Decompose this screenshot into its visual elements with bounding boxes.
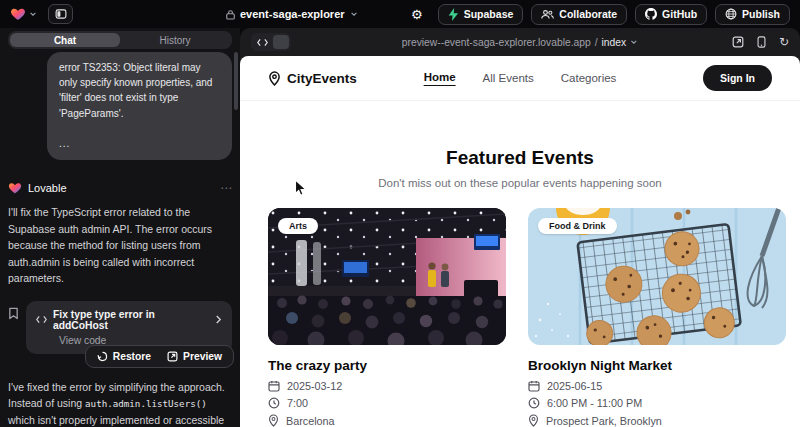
user-message-text: error TS2353: Object literal may only sp… (59, 60, 220, 121)
event-date: 2025-03-12 (287, 380, 342, 392)
event-date-row: 2025-06-15 (528, 380, 786, 392)
github-icon (645, 8, 657, 20)
event-time: 7:00 (287, 397, 308, 409)
people-icon (541, 9, 554, 20)
lovable-logo-menu[interactable] (10, 6, 37, 22)
calendar-icon (528, 380, 540, 392)
hero-title: Featured Events (240, 147, 800, 169)
preview-url: preview--event-saga-explorer.lovable.app (402, 37, 591, 48)
code-icon (36, 315, 47, 324)
user-message-bubble: error TS2353: Object literal may only sp… (47, 52, 232, 160)
supabase-bolt-icon (448, 8, 459, 21)
hero-subtitle: Don't miss out on these popular events h… (240, 177, 800, 189)
category-badge: Food & Drink (538, 218, 617, 234)
event-location-row: Barcelona (268, 414, 506, 427)
site-brand[interactable]: CityEvents (268, 71, 357, 86)
project-name-menu[interactable]: event-saga-explorer (226, 0, 358, 28)
url-separator: / (595, 37, 598, 48)
project-name: event-saga-explorer (240, 8, 345, 20)
publish-label: Publish (742, 8, 780, 20)
restore-icon (97, 351, 108, 362)
event-date-row: 2025-03-12 (268, 380, 506, 392)
chat-scrollbar[interactable] (234, 52, 238, 110)
rendered-site: CityEvents Home All Events Categories Si… (240, 56, 800, 427)
brand-name: CityEvents (287, 71, 357, 86)
chat-sidebar: Chat History error TS2353: Object litera… (0, 28, 240, 427)
preview-button[interactable]: Preview (161, 349, 228, 364)
assistant-paragraph-2: I've fixed the error by simplifying the … (8, 379, 232, 427)
lovable-heart-icon (8, 181, 22, 195)
event-image-cookies[interactable]: Food & Drink (528, 208, 786, 345)
sign-in-button[interactable]: Sign In (703, 65, 772, 91)
hero-section: Featured Events Don't miss out on these … (240, 147, 800, 189)
event-location-row: Prospect Park, Brooklyn (528, 414, 786, 427)
preview-toolbar: preview--event-saga-explorer.lovable.app… (240, 28, 800, 56)
supabase-button[interactable]: Supabase (438, 4, 524, 25)
tab-chat[interactable]: Chat (10, 33, 120, 47)
nav-categories[interactable]: Categories (561, 72, 617, 84)
event-title: The crazy party (268, 358, 506, 373)
github-label: GitHub (662, 8, 697, 20)
open-in-new-tab-icon[interactable] (732, 36, 744, 48)
code-icon (257, 38, 268, 47)
globe-icon (725, 8, 737, 20)
toggle-sidebar-button[interactable] (48, 4, 73, 24)
event-image-conference[interactable]: Arts (268, 208, 506, 345)
nav-home[interactable]: Home (424, 71, 456, 86)
app-topbar: event-saga-explorer ⚙ Supabase Collabora… (0, 0, 800, 28)
chevron-down-icon (350, 10, 358, 18)
event-date: 2025-06-15 (547, 380, 602, 392)
panel-left-icon (55, 8, 67, 20)
chevron-down-icon (29, 10, 37, 18)
map-pin-icon (528, 414, 539, 427)
tab-history[interactable]: History (120, 33, 230, 47)
chevron-right-icon (215, 315, 222, 324)
clock-icon (528, 397, 540, 409)
map-pin-icon (268, 71, 281, 86)
event-time: 6:00 PM - 11:00 PM (547, 397, 642, 409)
user-message-more: ... (59, 136, 220, 151)
clock-icon (268, 397, 280, 409)
preview-panel: preview--event-saga-explorer.lovable.app… (240, 28, 800, 427)
lovable-heart-icon (10, 6, 26, 22)
paragraph2-text-2: which isn't properly implemented or acce… (8, 414, 224, 427)
supabase-label: Supabase (464, 8, 514, 20)
version-toolbar: Restore Preview (85, 345, 234, 368)
map-pin-icon (268, 414, 279, 427)
assistant-name: Lovable (28, 182, 67, 194)
event-card[interactable]: Food & Drink Brooklyn Night Market 2025-… (528, 208, 786, 427)
paragraph2-code-1: auth.admin.listUsers() (85, 398, 207, 409)
event-title: Brooklyn Night Market (528, 358, 786, 373)
calendar-icon (268, 380, 280, 392)
event-location: Barcelona (286, 415, 335, 427)
mobile-view-icon[interactable] (757, 36, 766, 48)
event-location: Prospect Park, Brooklyn (546, 415, 662, 427)
assistant-paragraph-1: I'll fix the TypeScript error related to… (8, 204, 232, 287)
github-button[interactable]: GitHub (635, 4, 707, 25)
bookmark-icon[interactable] (8, 307, 19, 320)
restore-label: Restore (113, 351, 151, 362)
settings-gear-icon[interactable]: ⚙ (404, 4, 430, 25)
collaborate-button[interactable]: Collaborate (531, 4, 627, 25)
chevron-down-icon (630, 38, 638, 46)
toggle-knob (273, 35, 289, 49)
restore-button[interactable]: Restore (91, 349, 157, 364)
event-time-row: 6:00 PM - 11:00 PM (528, 397, 786, 409)
site-nav: Home All Events Categories (424, 71, 617, 86)
category-badge: Arts (278, 218, 318, 234)
preview-page: index (602, 37, 627, 48)
chat-history-tabs: Chat History (8, 31, 232, 49)
code-preview-toggle[interactable] (251, 33, 291, 51)
lock-icon (226, 9, 235, 20)
external-link-icon (167, 351, 178, 362)
message-menu-icon[interactable]: ⋯ (220, 181, 232, 195)
publish-button[interactable]: Publish (715, 4, 790, 25)
nav-all-events[interactable]: All Events (483, 72, 534, 84)
preview-label: Preview (183, 351, 222, 362)
refresh-icon[interactable]: ↻ (779, 36, 789, 48)
event-time-row: 7:00 (268, 397, 506, 409)
collaborate-label: Collaborate (559, 8, 617, 20)
event-card[interactable]: Arts The crazy party 2025-03-12 7:00 Bar… (268, 208, 506, 427)
site-header: CityEvents Home All Events Categories Si… (240, 56, 800, 101)
preview-url-selector[interactable]: preview--event-saga-explorer.lovable.app… (402, 37, 638, 48)
